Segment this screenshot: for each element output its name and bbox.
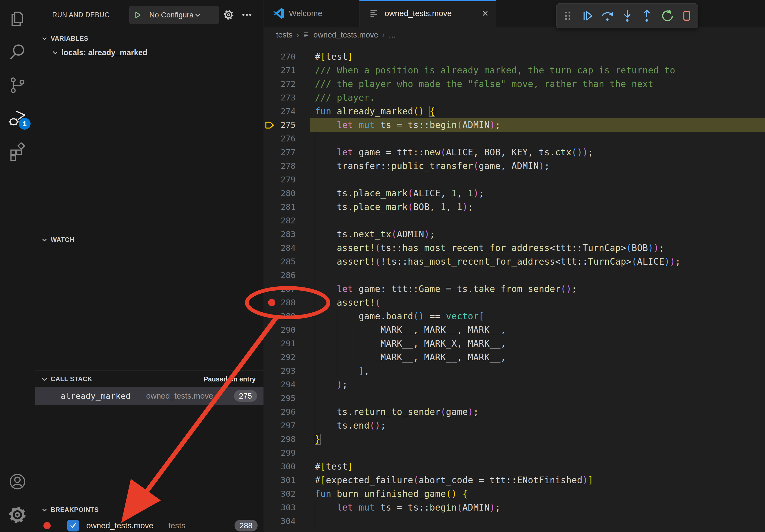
code-line-302[interactable]: 302fun burn_unfinished_game() { bbox=[264, 487, 765, 501]
continue-button[interactable] bbox=[579, 7, 596, 24]
code-line-285[interactable]: 285 assert!(!ts::has_most_recent_for_add… bbox=[264, 255, 765, 268]
code-line-298[interactable]: 298} bbox=[264, 432, 765, 446]
code-line-281[interactable]: 281 ts.place_mark(BOB, 1, 1); bbox=[264, 200, 765, 214]
breakpoint-dot-icon[interactable] bbox=[268, 299, 275, 306]
code-line-293[interactable]: 293 ], bbox=[264, 364, 765, 378]
gutter-glyph-margin[interactable] bbox=[264, 132, 279, 145]
code-line-301[interactable]: 301#[expected_failure(abort_code = ttt::… bbox=[264, 473, 765, 487]
breadcrumb-item[interactable]: … bbox=[388, 31, 396, 39]
gutter-glyph-margin[interactable] bbox=[264, 50, 279, 64]
activity-item-debug[interactable]: 1 bbox=[0, 102, 35, 135]
gutter-glyph-margin[interactable] bbox=[264, 64, 279, 77]
gutter-glyph-margin[interactable] bbox=[264, 487, 279, 501]
gutter-glyph-margin[interactable] bbox=[264, 460, 279, 473]
tab-owned-tests-move[interactable]: owned_tests.move bbox=[360, 0, 496, 27]
activity-item-account[interactable] bbox=[0, 465, 35, 498]
gutter-glyph-margin[interactable] bbox=[264, 432, 279, 446]
section-call-stack[interactable]: CALL STACK Paused on entry bbox=[35, 371, 264, 387]
step-over-button[interactable] bbox=[599, 7, 616, 24]
code-line-292[interactable]: 292 MARK__, MARK__, MARK__, bbox=[264, 350, 765, 364]
breadcrumb-item[interactable]: owned_tests.move bbox=[303, 31, 378, 39]
gutter-glyph-margin[interactable] bbox=[264, 118, 279, 132]
section-variables[interactable]: VARIABLES bbox=[35, 31, 264, 46]
step-into-button[interactable] bbox=[619, 7, 636, 24]
restart-button[interactable] bbox=[658, 7, 675, 24]
gutter-glyph-margin[interactable] bbox=[264, 337, 279, 350]
code-line-294[interactable]: 294 ); bbox=[264, 378, 765, 392]
code-line-271[interactable]: 271/// When a position is already marked… bbox=[264, 64, 765, 77]
breakpoint-checkbox[interactable] bbox=[67, 520, 79, 531]
code-line-274[interactable]: 274fun already_marked() { bbox=[264, 105, 765, 118]
gutter-glyph-margin[interactable] bbox=[264, 282, 279, 296]
code-line-277[interactable]: 277 let game = ttt::new(ALICE, BOB, KEY,… bbox=[264, 145, 765, 159]
gutter-glyph-margin[interactable] bbox=[264, 200, 279, 214]
breadcrumb-item[interactable]: tests bbox=[276, 31, 293, 39]
code-line-280[interactable]: 280 ts.place_mark(ALICE, 1, 1); bbox=[264, 186, 765, 200]
code-line-287[interactable]: 287 let game: ttt::Game = ts.take_from_s… bbox=[264, 282, 765, 296]
code-line-282[interactable]: 282 bbox=[264, 214, 765, 227]
gutter-glyph-margin[interactable] bbox=[264, 77, 279, 91]
gutter-glyph-margin[interactable] bbox=[264, 378, 279, 392]
stop-button[interactable] bbox=[678, 7, 695, 24]
activity-item-settings[interactable] bbox=[0, 498, 35, 531]
gutter-glyph-margin[interactable] bbox=[264, 159, 279, 173]
variables-locals-row[interactable]: locals: already_marked bbox=[35, 45, 264, 60]
close-icon[interactable] bbox=[481, 9, 489, 18]
gutter-glyph-margin[interactable] bbox=[264, 91, 279, 105]
code-line-289[interactable]: 289 game.board() == vector[ bbox=[264, 309, 765, 323]
section-breakpoints[interactable]: BREAKPOINTS bbox=[35, 502, 264, 518]
gutter-glyph-margin[interactable] bbox=[264, 173, 279, 186]
code-line-300[interactable]: 300#[test] bbox=[264, 460, 765, 473]
code-line-276[interactable]: 276 bbox=[264, 132, 765, 145]
gutter-glyph-margin[interactable] bbox=[264, 309, 279, 323]
gutter-glyph-margin[interactable] bbox=[264, 214, 279, 227]
gutter-glyph-margin[interactable] bbox=[264, 323, 279, 337]
call-stack-frame-row[interactable]: already_marked owned_tests.move 275 bbox=[35, 387, 264, 405]
code-line-297[interactable]: 297 ts.end(); bbox=[264, 419, 765, 432]
gutter-glyph-margin[interactable] bbox=[264, 392, 279, 405]
gutter-glyph-margin[interactable] bbox=[264, 405, 279, 419]
grip-button[interactable] bbox=[559, 7, 576, 24]
code-line-290[interactable]: 290 MARK__, MARK__, MARK__, bbox=[264, 323, 765, 337]
code-line-275[interactable]: 275 let mut ts = ts::begin(ADMIN); bbox=[264, 118, 765, 132]
code-line-270[interactable]: 270#[test] bbox=[264, 50, 765, 64]
activity-item-files[interactable] bbox=[0, 2, 35, 35]
code-line-291[interactable]: 291 MARK__, MARK_X, MARK__, bbox=[264, 337, 765, 350]
gutter-glyph-margin[interactable] bbox=[264, 255, 279, 268]
gutter-glyph-margin[interactable] bbox=[264, 227, 279, 241]
more-actions-icon[interactable] bbox=[241, 9, 253, 21]
tab-welcome[interactable]: Welcome bbox=[264, 0, 360, 27]
code-line-303[interactable]: 303 let mut ts = ts::begin(ADMIN); bbox=[264, 501, 765, 514]
step-out-button[interactable] bbox=[638, 7, 655, 24]
code-line-299[interactable]: 299 bbox=[264, 446, 765, 460]
code-line-273[interactable]: 273/// player. bbox=[264, 91, 765, 105]
gutter-glyph-margin[interactable] bbox=[264, 364, 279, 378]
gutter-glyph-margin[interactable] bbox=[264, 514, 279, 528]
code-line-278[interactable]: 278 transfer::public_transfer(game, ADMI… bbox=[264, 159, 765, 173]
gutter-glyph-margin[interactable] bbox=[264, 419, 279, 432]
code-line-286[interactable]: 286 bbox=[264, 268, 765, 282]
activity-item-extensions[interactable] bbox=[0, 135, 35, 168]
code-line-284[interactable]: 284 assert!(ts::has_most_recent_for_addr… bbox=[264, 241, 765, 255]
gutter-glyph-margin[interactable] bbox=[264, 473, 279, 487]
start-debug-icon[interactable] bbox=[133, 10, 142, 20]
breakpoint-row[interactable]: owned_tests.move tests 288 bbox=[35, 518, 264, 532]
section-watch[interactable]: WATCH bbox=[35, 232, 264, 247]
code-line-295[interactable]: 295 bbox=[264, 392, 765, 405]
gear-icon[interactable] bbox=[223, 9, 235, 21]
gutter-glyph-margin[interactable] bbox=[264, 501, 279, 514]
gutter-glyph-margin[interactable] bbox=[264, 186, 279, 200]
debug-config-picker[interactable]: No Configura bbox=[130, 6, 219, 24]
gutter-glyph-margin[interactable] bbox=[264, 241, 279, 255]
code-line-283[interactable]: 283 ts.next_tx(ADMIN); bbox=[264, 227, 765, 241]
gutter-glyph-margin[interactable] bbox=[264, 296, 279, 309]
gutter-glyph-margin[interactable] bbox=[264, 350, 279, 364]
gutter-glyph-margin[interactable] bbox=[264, 105, 279, 118]
activity-item-source-control[interactable] bbox=[0, 69, 35, 102]
gutter-glyph-margin[interactable] bbox=[264, 446, 279, 460]
code-line-272[interactable]: 272/// the player who made the "false" m… bbox=[264, 77, 765, 91]
gutter-glyph-margin[interactable] bbox=[264, 268, 279, 282]
code-line-304[interactable]: 304 bbox=[264, 514, 765, 528]
code-editor[interactable]: 270#[test]271/// When a position is alre… bbox=[264, 43, 765, 532]
code-line-296[interactable]: 296 ts.return_to_sender(game); bbox=[264, 405, 765, 419]
